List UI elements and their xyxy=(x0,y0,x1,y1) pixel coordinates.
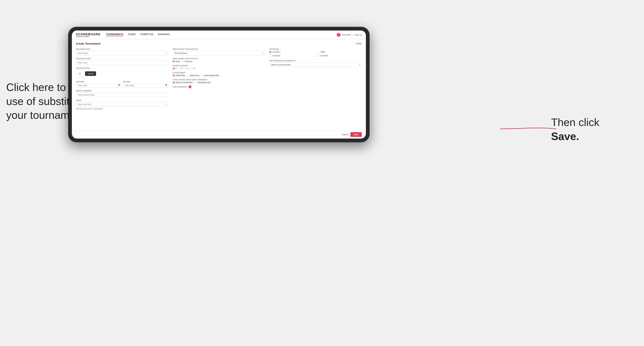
division-select[interactable]: NCAA Division I xyxy=(172,51,265,55)
event-individuals[interactable]: Individuals Only xyxy=(195,81,211,84)
allow-substitutes-item[interactable]: Allow substitutes? xyxy=(172,86,265,88)
sponsor-group: Sponsor (optional) xyxy=(76,90,168,97)
gender-womens-label: Womens xyxy=(185,60,192,62)
logo-upload-area: ⊞ Upload xyxy=(76,70,168,77)
sponsor-label: Sponsor (optional) xyxy=(76,90,168,92)
gender-mens-radio[interactable] xyxy=(172,60,175,62)
rounds-4[interactable]: 4 xyxy=(190,67,194,69)
gender-mens-label: Mens xyxy=(176,60,180,62)
scoring-api-select[interactable]: Select a scoring service xyxy=(269,62,362,67)
format-6count5[interactable]: 6 count 5 xyxy=(317,55,362,57)
nav-teams[interactable]: TEAMS xyxy=(128,33,136,36)
tournament-name-input[interactable] xyxy=(76,60,168,65)
save-button[interactable]: Save xyxy=(350,132,362,137)
gender-womens[interactable]: Womens xyxy=(182,60,192,62)
upload-button[interactable]: Upload xyxy=(85,71,96,76)
scoring-medal-label: Medal Match Play xyxy=(204,74,219,76)
form-col-3: Format type 5 count 4 Other xyxy=(269,48,362,110)
format-6count4[interactable]: 6 count 4 xyxy=(269,55,314,57)
start-date-input[interactable] xyxy=(76,83,122,88)
scoring-stroke[interactable]: Stroke Play xyxy=(172,74,185,76)
rounds-1-radio[interactable] xyxy=(172,67,175,69)
rounds-2-label: 2 xyxy=(182,67,182,69)
format-other[interactable]: Other xyxy=(317,51,362,53)
sponsor-input[interactable] xyxy=(76,93,168,97)
rounds-group: Number of rounds 1 2 xyxy=(172,65,265,69)
rounds-4-label: 4 xyxy=(194,67,194,69)
page-header: Create Tournament < Back xyxy=(76,42,362,45)
rounds-4-radio[interactable] xyxy=(190,67,193,69)
tournament-name-group: Tournament name xyxy=(76,57,168,65)
format-5count4-radio[interactable] xyxy=(269,51,271,53)
event-type-group: Is this event for Teams and/or Individua… xyxy=(172,79,265,84)
scoring-stroke-radio[interactable] xyxy=(172,74,175,76)
scoring-match-radio[interactable] xyxy=(187,74,189,76)
navbar: SCOREBOARD Powered by clippd TOURNAMENTS… xyxy=(72,30,366,39)
nav-rankings[interactable]: RANKINGS xyxy=(158,33,170,36)
rounds-3[interactable]: 3 xyxy=(184,67,188,69)
scoring-label: Scoring system xyxy=(172,72,265,74)
gender-group: Which gender is the event for? Mens Wome… xyxy=(172,57,265,62)
format-6count4-radio[interactable] xyxy=(269,55,271,57)
nav-links: TOURNAMENTS TEAMS COMMITTEE RANKINGS xyxy=(106,33,336,36)
format-5count4[interactable]: 5 count 4 xyxy=(269,51,314,53)
calendar-icon-start: 📅 xyxy=(118,84,120,86)
rounds-1[interactable]: 1 xyxy=(172,67,176,69)
gender-mens[interactable]: Mens xyxy=(172,60,180,62)
email-support-link[interactable]: email support xyxy=(93,108,103,110)
venue-help: Can't find your venue? email support xyxy=(76,108,168,110)
gender-radio-group: Mens Womens xyxy=(172,60,265,62)
cancel-button[interactable]: Cancel xyxy=(342,133,348,136)
format-6count5-radio[interactable] xyxy=(317,55,319,57)
scoring-match[interactable]: Match Play xyxy=(187,74,199,76)
form-grid: Tournament Host ▾ Tournament name Tourna… xyxy=(76,48,362,110)
rounds-2-radio[interactable] xyxy=(178,67,181,69)
start-date-group: Start date 📅 xyxy=(76,79,122,88)
tournament-logo-label: Tournament logo xyxy=(76,67,168,69)
format-other-label: Other xyxy=(320,51,325,53)
scoring-group: Scoring system Stroke Play Match Play xyxy=(172,72,265,76)
event-individuals-radio[interactable] xyxy=(195,81,197,84)
scoring-api-select-wrapper: Select a scoring service xyxy=(269,62,362,67)
rounds-label: Number of rounds xyxy=(172,65,265,67)
allow-substitutes-checkbox[interactable] xyxy=(189,86,191,88)
nav-tournaments[interactable]: TOURNAMENTS xyxy=(106,33,123,36)
scoring-medal[interactable]: Medal Match Play xyxy=(201,74,219,76)
scoring-medal-radio[interactable] xyxy=(201,74,204,76)
end-date-input[interactable] xyxy=(123,83,168,88)
venue-input[interactable] xyxy=(76,102,168,107)
back-link[interactable]: < Back xyxy=(355,42,362,45)
format-options-grid: 5 count 4 Other 6 count 4 xyxy=(269,51,362,57)
instruction-right: Then click Save. xyxy=(551,116,638,143)
division-select-wrapper: NCAA Division I xyxy=(172,51,265,55)
end-date-label: End date xyxy=(123,81,130,83)
event-teams-label: Teams (+Individuals) xyxy=(176,81,193,84)
rounds-radio-group: 1 2 3 4 xyxy=(172,67,265,69)
page-title: Create Tournament xyxy=(76,42,100,45)
format-other-radio[interactable] xyxy=(317,51,319,53)
scoring-radio-group: Stroke Play Match Play Medal Match Play xyxy=(172,74,265,76)
username: blair admin xyxy=(342,34,351,36)
scoring-match-label: Match Play xyxy=(190,74,199,76)
event-type-label: Is this event for Teams and/or Individua… xyxy=(172,79,265,81)
tournament-host-label: Tournament Host xyxy=(76,48,168,50)
sign-out-link[interactable]: Sign out xyxy=(355,34,362,36)
dates-group: Start date 📅 End date 📅 xyxy=(76,79,168,88)
tournament-host-input[interactable] xyxy=(76,51,168,55)
logo-scoreboard: SCOREBOARD xyxy=(76,33,100,36)
format-6count4-label: 6 count 4 xyxy=(272,55,280,57)
tournament-logo-group: Tournament logo ⊞ Upload xyxy=(76,67,168,77)
event-teams-radio[interactable] xyxy=(172,81,175,84)
tournament-host-group: Tournament Host ▾ xyxy=(76,48,168,55)
arrow-right xyxy=(500,123,558,135)
nav-committee[interactable]: COMMITTEE xyxy=(140,33,154,36)
gender-womens-radio[interactable] xyxy=(182,60,184,62)
event-teams[interactable]: Teams (+Individuals) xyxy=(172,81,193,84)
logo-area: SCOREBOARD Powered by clippd xyxy=(76,33,100,37)
rounds-3-radio[interactable] xyxy=(184,67,187,69)
bottom-bar: Cancel Save xyxy=(72,130,366,139)
start-date-wrapper: 📅 xyxy=(76,83,122,88)
rounds-3-label: 3 xyxy=(188,67,188,69)
rounds-2[interactable]: 2 xyxy=(178,67,182,69)
format-6count5-label: 6 count 5 xyxy=(320,55,328,57)
